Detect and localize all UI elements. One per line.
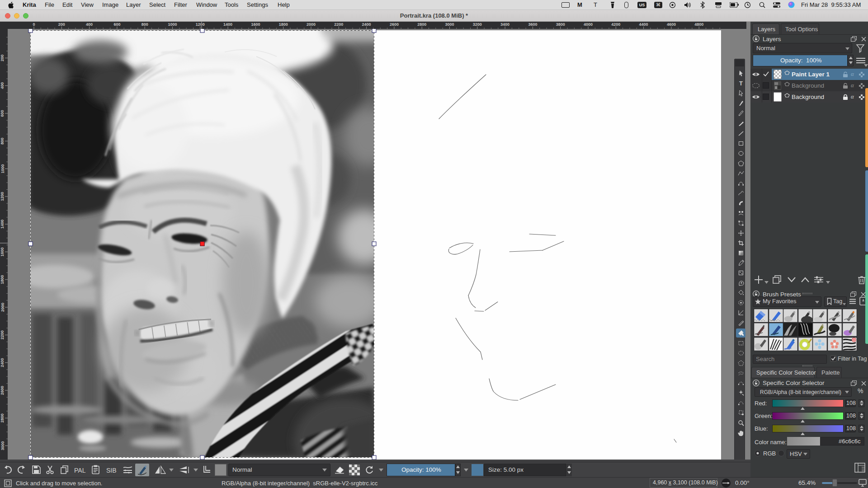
svg-text:2400: 2400 bbox=[362, 22, 371, 27]
svg-text:4000: 4000 bbox=[584, 22, 593, 27]
svg-text:2000: 2000 bbox=[0, 303, 5, 312]
svg-text:2600: 2600 bbox=[0, 386, 5, 395]
svg-text:3400: 3400 bbox=[500, 22, 509, 27]
svg-text:2800: 2800 bbox=[417, 22, 426, 27]
svg-text:1800: 1800 bbox=[279, 22, 288, 27]
svg-text:1000: 1000 bbox=[168, 22, 177, 27]
svg-text:800: 800 bbox=[142, 22, 148, 27]
svg-text:2800: 2800 bbox=[0, 413, 5, 422]
svg-text:2200: 2200 bbox=[0, 330, 5, 339]
svg-text:1800: 1800 bbox=[0, 275, 5, 284]
svg-text:1400: 1400 bbox=[223, 22, 232, 27]
svg-text:3200: 3200 bbox=[473, 22, 482, 27]
svg-text:400: 400 bbox=[0, 82, 5, 89]
svg-text:2600: 2600 bbox=[390, 22, 399, 27]
svg-text:2200: 2200 bbox=[334, 22, 343, 27]
svg-text:1400: 1400 bbox=[0, 220, 5, 229]
svg-text:4400: 4400 bbox=[639, 22, 648, 27]
svg-text:0: 0 bbox=[33, 22, 35, 27]
svg-text:600: 600 bbox=[0, 110, 5, 117]
svg-text:1600: 1600 bbox=[251, 22, 260, 27]
svg-text:4800: 4800 bbox=[694, 22, 703, 27]
svg-text:3800: 3800 bbox=[556, 22, 565, 27]
svg-text:1200: 1200 bbox=[0, 192, 5, 201]
svg-text:3600: 3600 bbox=[528, 22, 537, 27]
svg-text:2000: 2000 bbox=[307, 22, 316, 27]
svg-text:T: T bbox=[739, 80, 743, 86]
svg-text:1000: 1000 bbox=[0, 164, 5, 173]
svg-text:3000: 3000 bbox=[0, 441, 5, 450]
svg-text:1600: 1600 bbox=[0, 247, 5, 256]
svg-text:200: 200 bbox=[0, 55, 5, 61]
svg-text:3000: 3000 bbox=[445, 22, 454, 27]
svg-text:400: 400 bbox=[86, 22, 93, 27]
svg-text:4600: 4600 bbox=[667, 22, 676, 27]
svg-text:2400: 2400 bbox=[0, 358, 5, 367]
svg-text:4200: 4200 bbox=[611, 22, 620, 27]
svg-text:1200: 1200 bbox=[196, 22, 205, 27]
svg-text:800: 800 bbox=[0, 138, 5, 145]
svg-text:200: 200 bbox=[58, 22, 65, 27]
svg-text:600: 600 bbox=[113, 22, 120, 27]
